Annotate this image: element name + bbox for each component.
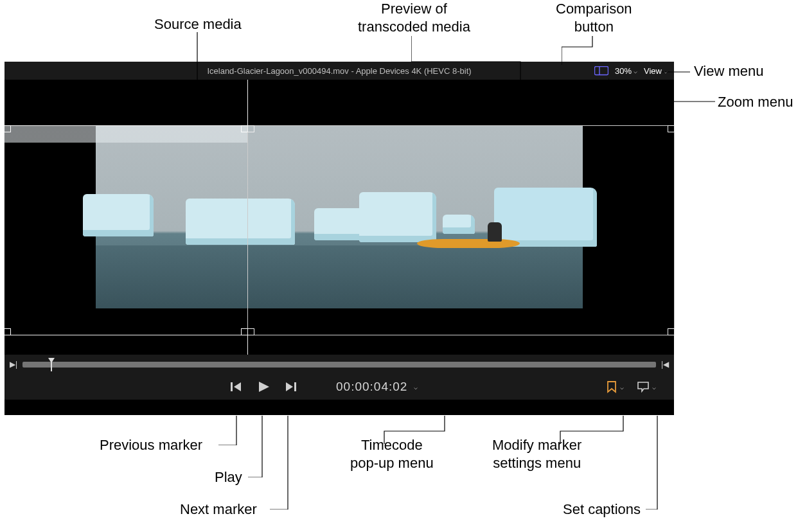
view-label: View [644, 66, 662, 76]
crop-handle-icon[interactable] [668, 125, 675, 132]
transport-bar: 00:00:04:02 ⌵ ⌵ ⌵ [4, 374, 674, 400]
callout-prev-marker: Previous marker [100, 436, 202, 454]
timecode-value: 00:00:04:02 [336, 380, 407, 394]
timecode-popup[interactable]: 00:00:04:02 ⌵ [336, 380, 418, 394]
go-to-start-icon[interactable]: ▶| [10, 360, 17, 369]
timeline[interactable]: ▶| |◀ [4, 355, 674, 374]
crop-handle-icon[interactable] [4, 125, 11, 132]
next-marker-button[interactable] [285, 380, 297, 393]
chevron-down-icon: ⌵ [634, 67, 637, 75]
view-menu[interactable]: View ⌵ [644, 66, 668, 76]
svg-rect-2 [231, 382, 233, 391]
clip-title: Iceland-Glacier-Lagoon_v000494.mov - App… [4, 66, 674, 76]
callout-next-marker: Next marker [180, 501, 257, 519]
svg-marker-4 [259, 382, 269, 392]
titlebar: Iceland-Glacier-Lagoon_v000494.mov - App… [4, 62, 674, 80]
zoom-value: 30% [615, 66, 632, 76]
zoom-menu[interactable]: 30% ⌵ [615, 66, 637, 76]
play-button[interactable] [256, 380, 270, 394]
modify-marker-menu[interactable]: ⌵ [606, 380, 624, 393]
callout-play: Play [215, 468, 242, 486]
callout-source-media: Source media [154, 15, 242, 33]
callout-modify-marker: Modify marker settings menu [492, 436, 581, 472]
playhead[interactable] [48, 358, 55, 371]
crop-handle-icon[interactable] [668, 328, 675, 335]
preview-app: Iceland-Glacier-Lagoon_v000494.mov - App… [4, 62, 674, 415]
svg-rect-0 [595, 66, 608, 75]
svg-rect-6 [294, 382, 296, 391]
chevron-down-icon: ⌵ [620, 384, 624, 391]
chevron-down-icon: ⌵ [414, 384, 418, 391]
svg-marker-3 [234, 382, 241, 391]
viewer[interactable] [4, 80, 674, 355]
svg-marker-5 [286, 382, 293, 391]
chevron-down-icon: ⌵ [652, 384, 656, 391]
crop-handle-icon[interactable] [4, 328, 11, 335]
callout-comparison-button: Comparison button [556, 0, 632, 35]
callout-timecode: Timecode pop-up menu [350, 436, 434, 472]
go-to-end-icon[interactable]: |◀ [661, 360, 669, 369]
callout-zoom-menu: Zoom menu [718, 93, 793, 111]
callout-preview-transcoded: Preview of transcoded media [358, 0, 470, 35]
callout-set-captions: Set captions [563, 501, 641, 519]
chevron-down-icon: ⌵ [664, 67, 668, 75]
timeline-track[interactable] [22, 362, 656, 368]
source-media-overlay[interactable] [4, 126, 247, 335]
previous-marker-button[interactable] [229, 380, 242, 393]
crop-handle-icon[interactable] [247, 328, 254, 335]
callout-view-menu: View menu [694, 62, 763, 80]
transcoded-preview-overlay[interactable] [248, 126, 674, 335]
comparison-button[interactable] [594, 66, 608, 76]
set-captions-menu[interactable]: ⌵ [637, 381, 656, 393]
crop-handle-icon[interactable] [247, 125, 254, 132]
